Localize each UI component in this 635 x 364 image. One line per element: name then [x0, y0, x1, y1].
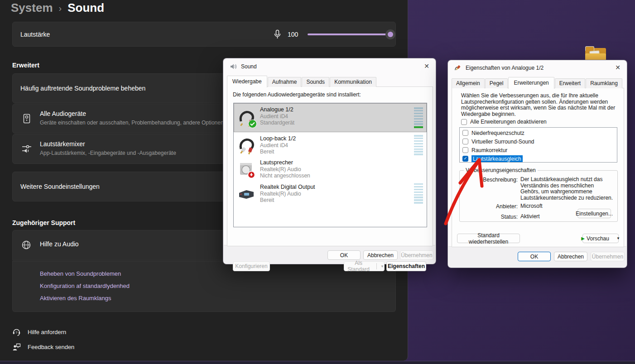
get-help-icon: ?: [12, 328, 21, 336]
enhancement-row[interactable]: Raumkorrektur: [460, 146, 617, 154]
device-row-analogue[interactable]: Analogue 1/2 Audient iD4 Standardgerät: [234, 103, 427, 132]
provider-value: Microsoft: [520, 203, 543, 210]
device-detail: Audient iD4: [260, 113, 288, 120]
sound-dialog-footer: OK Abbrechen Übernehmen: [224, 245, 435, 263]
tab-sounds[interactable]: Sounds: [302, 77, 329, 87]
tab-aufnahme[interactable]: Aufnahme: [268, 77, 302, 87]
get-help-link[interactable]: ? Hilfe anfordern: [12, 328, 66, 336]
device-detail: Realtek(R) Audio: [260, 191, 301, 197]
properties-dialog: Eigenschaften von Analogue 1/2 ✕ Allgeme…: [447, 60, 627, 268]
restore-defaults-button[interactable]: Standard wiederherstellen: [457, 234, 520, 243]
checkbox-icon[interactable]: [462, 139, 468, 144]
svg-text:?: ?: [15, 330, 18, 335]
checkbox-icon[interactable]: [461, 119, 467, 125]
device-status: Bereit: [260, 197, 274, 203]
feedback-link[interactable]: Feedback senden: [12, 343, 74, 351]
volume-slider[interactable]: [308, 34, 394, 35]
device-name: Analogue 1/2: [260, 106, 293, 113]
disable-all-label: Alle Erweiterungen deaktivieren: [470, 119, 547, 125]
checkbox-checked-icon[interactable]: [462, 156, 468, 162]
device-status: Bereit: [260, 148, 274, 155]
link-fix-sound-problems[interactable]: Beheben von Soundproblemen: [40, 270, 130, 277]
chevron-down-icon: ▼: [380, 264, 384, 268]
cancel-button[interactable]: Abbrechen: [363, 250, 398, 260]
sound-dialog: Sound ✕ Wiedergabe Aufnahme Sounds Kommu…: [223, 58, 436, 264]
tab-allgemein[interactable]: Allgemein: [452, 78, 485, 88]
volume-label: Lautstärke: [20, 31, 50, 38]
checkbox-icon[interactable]: [462, 130, 468, 136]
tab-raumklang[interactable]: Raumklang: [586, 78, 622, 88]
page-title: Sound: [67, 1, 104, 15]
device-row-digital-output[interactable]: Realtek Digital Output Realtek(R) Audio …: [234, 181, 427, 206]
set-default-split-button[interactable]: Als Standard ▼: [344, 261, 385, 271]
ok-button[interactable]: OK: [327, 250, 361, 260]
sound-dialog-titlebar[interactable]: Sound ✕: [223, 58, 436, 75]
properties-dialog-tabs: Allgemein Pegel Erweiterungen Erweitert …: [452, 77, 623, 88]
description-value: Der Lautstärkeausgleich nutzt das Verstä…: [520, 177, 613, 201]
section-header-advanced: Erweitert: [12, 62, 39, 69]
device-row-loopback[interactable]: Loop-back 1/2 Audient iD4 Bereit: [234, 132, 427, 158]
tab-pegel[interactable]: Pegel: [485, 78, 508, 88]
vu-meter: [414, 183, 423, 204]
sound-dialog-tabs: Wiedergabe Aufnahme Sounds Kommunikation: [227, 76, 377, 87]
taskbar[interactable]: [0, 361, 635, 364]
cancel-button[interactable]: Abbrechen: [554, 252, 587, 261]
enhancement-label: Raumkorrektur: [471, 147, 507, 153]
properties-dialog-title: Eigenschaften von Analogue 1/2: [466, 65, 544, 71]
chevron-down-icon: ▼: [616, 236, 620, 240]
close-icon[interactable]: ✕: [615, 64, 621, 71]
apply-button[interactable]: Übernehmen: [400, 250, 433, 260]
disable-all-checkbox-row[interactable]: Alle Erweiterungen deaktivieren: [461, 119, 547, 125]
feedback-icon: [12, 343, 21, 351]
checkbox-icon[interactable]: [462, 147, 468, 153]
volume-slider-thumb[interactable]: [385, 29, 395, 39]
device-row-speakers[interactable]: Lautsprecher Realtek(R) Audio Nicht ange…: [234, 158, 427, 181]
configure-button[interactable]: Konfigurieren: [233, 261, 270, 271]
tab-erweiterungen[interactable]: Erweiterungen: [508, 77, 554, 89]
properties-button[interactable]: Eigenschaften: [386, 261, 426, 271]
enhancement-properties-group: Verbesserungseigenschaften Beschreibung:…: [459, 170, 618, 222]
breadcrumb: System › Sound: [11, 1, 104, 15]
speaker-device-icon: [21, 113, 32, 124]
card-support-links: Beheben von Soundproblemen Konfiguration…: [12, 261, 396, 312]
tab-kommunikation[interactable]: Kommunikation: [330, 77, 376, 87]
close-icon[interactable]: ✕: [424, 62, 429, 70]
volume-card: Lautstärke 100: [12, 22, 396, 47]
ok-button[interactable]: OK: [518, 252, 551, 261]
device-status: Nicht angeschlossen: [260, 172, 310, 179]
playback-device-list: Analogue 1/2 Audient iD4 Standardgerät L…: [233, 103, 427, 227]
enhancement-row[interactable]: Virtueller Surround-Sound: [460, 137, 617, 146]
tab-wiedergabe[interactable]: Wiedergabe: [227, 76, 267, 87]
enhancement-settings-button[interactable]: Einstellungen...: [577, 209, 611, 218]
section-header-support: Zugehöriger Support: [12, 219, 75, 226]
microphone-icon[interactable]: [274, 29, 281, 39]
playback-intro-label: Die folgenden Audiowiedergabegeräte sind…: [233, 91, 361, 98]
enhancements-tab-page: Wählen Sie die Verbesserungen aus, die f…: [452, 88, 624, 247]
play-icon: ▶: [581, 236, 585, 241]
volume-value: 100: [288, 31, 300, 38]
link-enable-spatial-sound[interactable]: Aktivieren des Raumklangs: [40, 295, 130, 302]
enhancements-list: Niederfrequenzschutz Virtueller Surround…: [459, 127, 617, 163]
properties-dialog-titlebar[interactable]: Eigenschaften von Analogue 1/2 ✕: [448, 60, 627, 76]
device-name: Loop-back 1/2: [260, 135, 296, 142]
device-status: Standardgerät: [260, 120, 294, 126]
rca-plug-icon: [454, 64, 462, 72]
enhancement-row-loudness-equalization[interactable]: Lautstärkeausgleich: [460, 154, 617, 163]
description-label: Beschreibung:: [464, 177, 518, 183]
provider-label: Anbieter:: [464, 203, 518, 210]
enhancement-label: Virtueller Surround-Sound: [471, 139, 534, 145]
chevron-right-icon: ›: [59, 2, 62, 14]
desktop: System › Sound Lautstärke 100: [0, 0, 635, 364]
breadcrumb-system[interactable]: System: [11, 1, 53, 15]
help-audio-label: Hilfe zu Audio: [40, 240, 79, 248]
status-label: Status:: [464, 214, 518, 220]
apply-button[interactable]: Übernehmen: [591, 252, 625, 261]
preview-split-button[interactable]: ▶ Vorschau ▼: [582, 234, 619, 243]
enhancement-row[interactable]: Niederfrequenzschutz: [460, 129, 617, 137]
link-default-device-config[interactable]: Konfiguration af standardlydenhed: [40, 283, 130, 289]
vu-meter: [414, 107, 423, 128]
status-value: Aktiviert: [520, 214, 540, 220]
device-detail: Realtek(R) Audio: [260, 166, 301, 172]
group-legend: Verbesserungseigenschaften: [464, 167, 538, 173]
tab-erweitert[interactable]: Erweitert: [555, 78, 585, 88]
